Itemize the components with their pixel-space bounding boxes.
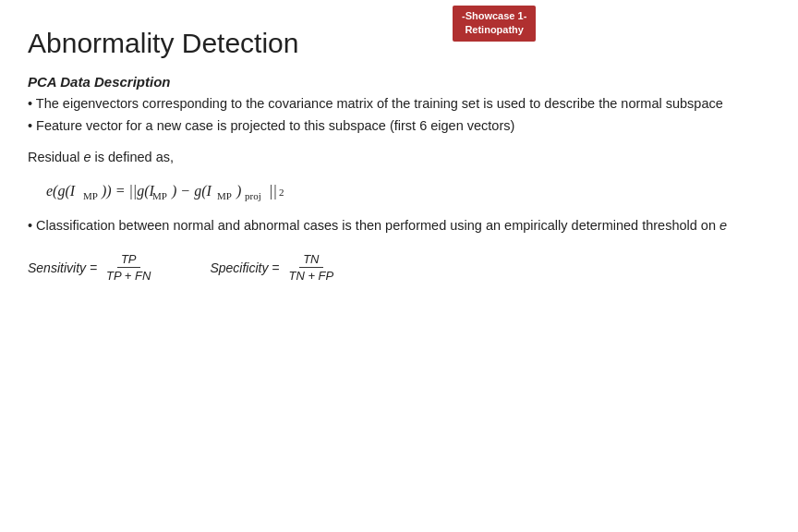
sensitivity-label: Sensitivity =: [28, 260, 97, 275]
svg-text:||: ||: [269, 183, 277, 200]
threshold-e: e: [719, 218, 727, 233]
showcase-badge: -Showcase 1- Retinopathy: [453, 6, 536, 42]
specificity-fraction: TN TN + FP: [284, 252, 337, 283]
svg-text:): ): [236, 183, 241, 200]
svg-text:MP: MP: [217, 190, 232, 201]
residual-e-label: e: [83, 150, 91, 164]
page-title: Abnormality Detection: [28, 28, 298, 59]
residual-intro: Residual e is defined as,: [28, 150, 770, 164]
pca-bullet-1-text: The eigenvectors corresponding to the co…: [36, 96, 723, 111]
formulas-row: Sensitivity = TP TP + FN Specificity = T…: [28, 252, 770, 283]
specificity-formula: Specificity = TN TN + FP: [210, 252, 337, 283]
svg-text:)) = ||g(I: )) = ||g(I: [101, 183, 155, 200]
badge-line2: Retinopathy: [465, 24, 524, 35]
badge-line1: -Showcase 1-: [462, 10, 526, 21]
svg-text:e(g(I: e(g(I: [46, 183, 76, 200]
svg-text:2: 2: [279, 187, 284, 198]
sensitivity-formula: Sensitivity = TP TP + FN: [28, 252, 154, 283]
content-area: PCA Data Description • The eigenvectors …: [28, 74, 770, 283]
pca-bullet-2-text: Feature vector for a new case is project…: [36, 118, 514, 133]
sensitivity-denominator: TP + FN: [103, 268, 154, 283]
residual-formula: e(g(I MP )) = ||g(I MP ) − g(I MP ) proj…: [46, 172, 770, 210]
pca-section-title: PCA Data Description: [28, 74, 770, 90]
residual-section: Residual e is defined as, e(g(I MP )) = …: [28, 150, 770, 210]
pca-bullet-2: • Feature vector for a new case is proje…: [28, 115, 770, 136]
sensitivity-numerator: TP: [117, 252, 140, 268]
svg-text:MP: MP: [83, 190, 98, 201]
residual-formula-svg: e(g(I MP )) = ||g(I MP ) − g(I MP ) proj…: [46, 172, 342, 207]
pca-bullet-1: • The eigenvectors corresponding to the …: [28, 93, 770, 114]
svg-text:proj: proj: [245, 190, 261, 201]
sensitivity-fraction: TP TP + FN: [103, 252, 154, 283]
svg-text:MP: MP: [152, 190, 167, 201]
classification-bullet: • Classification between normal and abno…: [28, 215, 770, 236]
specificity-denominator: TN + FP: [284, 268, 337, 283]
svg-text:) − g(I: ) − g(I: [171, 183, 212, 200]
specificity-numerator: TN: [299, 252, 322, 268]
specificity-label: Specificity =: [210, 260, 279, 275]
